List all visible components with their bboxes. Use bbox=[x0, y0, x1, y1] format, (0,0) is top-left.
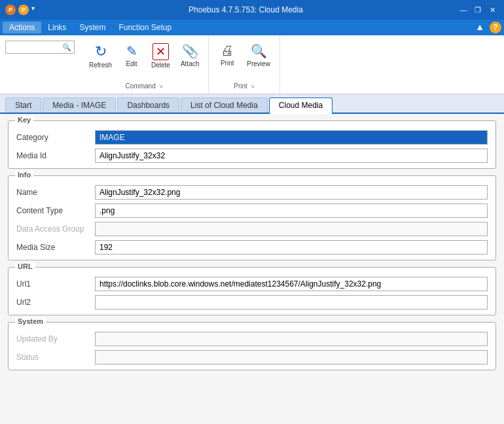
updated-by-input[interactable] bbox=[95, 332, 488, 346]
category-row: Category bbox=[16, 130, 488, 145]
system-legend: System bbox=[15, 317, 46, 325]
command-buttons: ↻ Refresh ✎ Edit ✕ Delete 📎 Attach bbox=[85, 38, 203, 81]
preview-icon: 🔍 bbox=[251, 43, 267, 59]
refresh-button[interactable]: ↻ Refresh bbox=[85, 41, 116, 71]
tabs-bar: Start Media - IMAGE Dashboards List of C… bbox=[0, 94, 504, 114]
content-area: Key Category Media Id Info Name Content … bbox=[0, 114, 504, 424]
media-size-input[interactable] bbox=[95, 240, 488, 255]
attach-label: Attach bbox=[181, 60, 199, 67]
info-group: Info Name Content Type Data Access Group… bbox=[8, 175, 496, 260]
app-icon-1: P bbox=[5, 5, 16, 15]
refresh-icon: ↻ bbox=[95, 43, 107, 60]
window-title: Phoebus 4.7.5.753: Cloud Media bbox=[35, 5, 457, 14]
data-access-input[interactable] bbox=[95, 222, 488, 236]
menu-bar: Actions Links System Function Setup ▲ ? bbox=[0, 20, 504, 35]
refresh-label: Refresh bbox=[89, 62, 112, 69]
url1-input[interactable] bbox=[95, 277, 488, 291]
search-group: 🔍 bbox=[0, 35, 80, 94]
search-icon: 🔍 bbox=[62, 43, 71, 52]
command-group-label: Command ↘ bbox=[85, 81, 203, 91]
category-label: Category bbox=[16, 133, 95, 142]
category-input[interactable] bbox=[95, 130, 488, 145]
print-label: Print bbox=[221, 60, 234, 67]
ribbon: 🔍 ↻ Refresh ✎ Edit ✕ Delete 📎 Attach Com… bbox=[0, 35, 504, 94]
url2-input[interactable] bbox=[95, 295, 488, 309]
menu-right: ▲ ? bbox=[473, 22, 501, 33]
title-bar: P P ▾ Phoebus 4.7.5.753: Cloud Media — ❐… bbox=[0, 0, 504, 20]
content-type-row: Content Type bbox=[16, 203, 488, 218]
media-size-label: Media Size bbox=[16, 243, 95, 252]
tab-dashboards[interactable]: Dashboards bbox=[117, 97, 179, 113]
tab-list-cloud-media[interactable]: List of Cloud Media bbox=[181, 97, 268, 113]
maximize-button[interactable]: ❐ bbox=[471, 3, 484, 16]
delete-button[interactable]: ✕ Delete bbox=[147, 41, 174, 71]
tab-start[interactable]: Start bbox=[5, 97, 41, 113]
print-group-label: Print ↘ bbox=[214, 81, 274, 91]
status-input[interactable] bbox=[95, 350, 488, 364]
system-group: System Updated By Status bbox=[8, 322, 496, 370]
command-expand-icon[interactable]: ↘ bbox=[158, 83, 163, 89]
url-legend: URL bbox=[15, 262, 35, 270]
content-type-input[interactable] bbox=[95, 203, 488, 218]
delete-icon: ✕ bbox=[153, 43, 169, 60]
updated-by-row: Updated By bbox=[16, 332, 488, 346]
menu-actions[interactable]: Actions bbox=[3, 22, 41, 33]
media-id-label: Media Id bbox=[16, 151, 95, 160]
data-access-row: Data Access Group bbox=[16, 222, 488, 236]
delete-label: Delete bbox=[151, 62, 170, 69]
media-id-input[interactable] bbox=[95, 149, 488, 163]
help-icon[interactable]: ? bbox=[490, 22, 501, 33]
ribbon-print-group: 🖨 Print 🔍 Preview Print ↘ bbox=[209, 35, 280, 94]
key-group: Key Category Media Id bbox=[8, 120, 496, 169]
menu-links[interactable]: Links bbox=[41, 22, 73, 33]
name-input[interactable] bbox=[95, 185, 488, 200]
menu-function-setup[interactable]: Function Setup bbox=[112, 22, 178, 33]
content-type-label: Content Type bbox=[16, 206, 95, 215]
print-button[interactable]: 🖨 Print bbox=[214, 41, 240, 69]
ribbon-command-group: ↻ Refresh ✎ Edit ✕ Delete 📎 Attach Comma… bbox=[80, 35, 209, 94]
menu-system[interactable]: System bbox=[73, 22, 112, 33]
name-label: Name bbox=[16, 188, 95, 197]
minimize-button[interactable]: — bbox=[457, 3, 470, 16]
key-legend: Key bbox=[15, 116, 33, 124]
url1-row: Url1 bbox=[16, 277, 488, 291]
attach-button[interactable]: 📎 Attach bbox=[177, 41, 203, 70]
title-bar-left: P P ▾ bbox=[5, 5, 35, 15]
edit-icon: ✎ bbox=[126, 43, 137, 59]
url2-label: Url2 bbox=[16, 298, 95, 307]
window-controls: — ❐ ✕ bbox=[457, 3, 499, 16]
print-buttons: 🖨 Print 🔍 Preview bbox=[214, 38, 274, 81]
print-icon: 🖨 bbox=[221, 43, 234, 58]
updated-by-label: Updated By bbox=[16, 334, 95, 344]
preview-label: Preview bbox=[247, 60, 270, 67]
collapse-icon[interactable]: ▲ bbox=[473, 22, 487, 33]
info-legend: Info bbox=[15, 171, 33, 179]
url1-label: Url1 bbox=[16, 279, 95, 289]
attach-icon: 📎 bbox=[182, 43, 198, 59]
edit-label: Edit bbox=[126, 60, 137, 67]
data-access-label: Data Access Group bbox=[16, 224, 95, 234]
print-expand-icon[interactable]: ↘ bbox=[250, 83, 255, 89]
app-icon-2: P bbox=[18, 5, 29, 15]
search-wrap: 🔍 bbox=[5, 41, 75, 54]
tab-cloud-media[interactable]: Cloud Media bbox=[269, 97, 333, 114]
edit-button[interactable]: ✎ Edit bbox=[118, 41, 145, 70]
status-row: Status bbox=[16, 350, 488, 364]
media-size-row: Media Size bbox=[16, 240, 488, 255]
app-icons: P P ▾ bbox=[5, 5, 35, 15]
preview-button[interactable]: 🔍 Preview bbox=[243, 41, 274, 70]
search-input[interactable] bbox=[9, 43, 61, 52]
media-id-row: Media Id bbox=[16, 149, 488, 163]
close-button[interactable]: ✕ bbox=[486, 3, 499, 16]
name-row: Name bbox=[16, 185, 488, 200]
url-group: URL Url1 Url2 bbox=[8, 267, 496, 315]
status-label: Status bbox=[16, 353, 95, 362]
tab-media-image[interactable]: Media - IMAGE bbox=[43, 97, 116, 113]
url2-row: Url2 bbox=[16, 295, 488, 309]
